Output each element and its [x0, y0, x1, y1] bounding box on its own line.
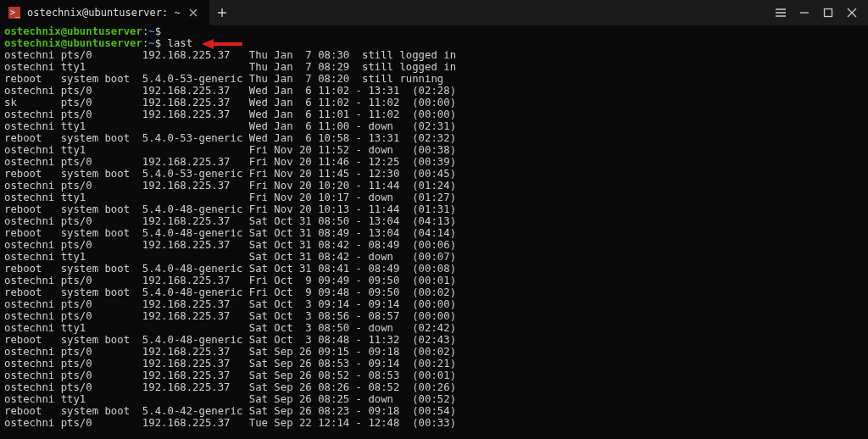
last-row: reboot system boot 5.4.0-48-generic Sat … [4, 263, 864, 275]
prompt-command: last [168, 37, 193, 49]
last-row: ostechni pts/0 192.168.225.37 Wed Jan 6 … [4, 85, 864, 97]
tab-close-button[interactable] [187, 7, 199, 19]
terminal-window: >_ ostechnix@ubuntuserver: ~ [0, 0, 868, 439]
last-row: reboot system boot 5.4.0-48-generic Sat … [4, 334, 864, 346]
last-row: ostechni pts/0 192.168.225.37 Sat Oct 31… [4, 239, 864, 251]
prompt-line: ostechnix@ubuntuserver:~$ last [4, 37, 864, 49]
prompt-line: ostechnix@ubuntuserver:~$ [4, 25, 864, 37]
terminal-output[interactable]: ostechnix@ubuntuserver:~$ ostechnix@ubun… [0, 25, 868, 429]
prompt-user-host: ostechnix@ubuntuserver [4, 37, 142, 49]
tab-active[interactable]: >_ ostechnix@ubuntuserver: ~ [0, 0, 209, 25]
titlebar-drag-area[interactable] [235, 0, 765, 25]
window-controls [765, 0, 868, 25]
last-row: ostechni tty1 Thu Jan 7 08:29 still logg… [4, 61, 864, 73]
last-row: ostechni tty1 Fri Nov 20 10:17 - down (0… [4, 192, 864, 203]
terminal-icon: >_ [8, 7, 20, 19]
last-row: reboot system boot 5.4.0-53-generic Thu … [4, 73, 864, 85]
last-row: reboot system boot 5.4.0-53-generic Fri … [4, 168, 864, 180]
tab-title: ostechnix@ubuntuserver: ~ [27, 7, 181, 19]
menu-icon[interactable] [775, 7, 787, 19]
titlebar: >_ ostechnix@ubuntuserver: ~ [0, 0, 868, 25]
prompt-cwd: ~ [148, 37, 154, 49]
last-row: ostechni tty1 Fri Nov 20 11:52 - down (0… [4, 144, 864, 156]
last-row: reboot system boot 5.4.0-53-generic Wed … [4, 132, 864, 144]
last-row: ostechni pts/0 192.168.225.37 Tue Sep 22… [4, 417, 864, 429]
last-row: ostechni pts/0 192.168.225.37 Wed Jan 6 … [4, 108, 864, 120]
svg-rect-2 [825, 9, 832, 17]
last-row: ostechni pts/0 192.168.225.37 Sat Sep 26… [4, 370, 864, 381]
last-row: ostechni pts/0 192.168.225.37 Sat Sep 26… [4, 381, 864, 393]
last-row: ostechni pts/0 192.168.225.37 Sat Sep 26… [4, 346, 864, 358]
last-row: ostechni pts/0 192.168.225.37 Fri Oct 9 … [4, 275, 864, 286]
last-row: ostechni tty1 Sat Sep 26 08:25 - down (0… [4, 393, 864, 405]
prompt-cwd: ~ [148, 25, 154, 37]
prompt-symbol: $ [155, 37, 168, 49]
last-row: reboot system boot 5.4.0-42-generic Sat … [4, 405, 864, 417]
last-row: reboot system boot 5.4.0-48-generic Sat … [4, 227, 864, 239]
last-row: ostechni pts/0 192.168.225.37 Fri Nov 20… [4, 156, 864, 168]
last-row: ostechni tty1 Sat Oct 3 08:50 - down (02… [4, 322, 864, 334]
last-row: ostechni pts/0 192.168.225.37 Sat Oct 3 … [4, 310, 864, 322]
svg-text:>_: >_ [10, 8, 20, 18]
prompt-symbol: $ [155, 25, 168, 37]
minimize-button[interactable] [798, 7, 810, 19]
close-button[interactable] [846, 7, 858, 19]
last-row: ostechni pts/0 192.168.225.37 Sat Oct 3 … [4, 298, 864, 310]
last-row: sk pts/0 192.168.225.37 Wed Jan 6 11:02 … [4, 97, 864, 108]
new-tab-button[interactable] [209, 0, 235, 25]
last-row: ostechni pts/0 192.168.225.37 Sat Oct 31… [4, 215, 864, 227]
last-row: ostechni pts/0 192.168.225.37 Fri Nov 20… [4, 180, 864, 192]
last-row: ostechni tty1 Sat Oct 31 08:42 - down (0… [4, 251, 864, 263]
prompt-user-host: ostechnix@ubuntuserver [4, 25, 142, 37]
last-row: ostechni pts/0 192.168.225.37 Thu Jan 7 … [4, 49, 864, 61]
maximize-button[interactable] [822, 7, 834, 19]
last-row: reboot system boot 5.4.0-48-generic Fri … [4, 286, 864, 298]
last-row: ostechni tty1 Wed Jan 6 11:00 - down (02… [4, 120, 864, 132]
last-row: ostechni pts/0 192.168.225.37 Sat Sep 26… [4, 358, 864, 370]
last-row: reboot system boot 5.4.0-48-generic Fri … [4, 203, 864, 215]
